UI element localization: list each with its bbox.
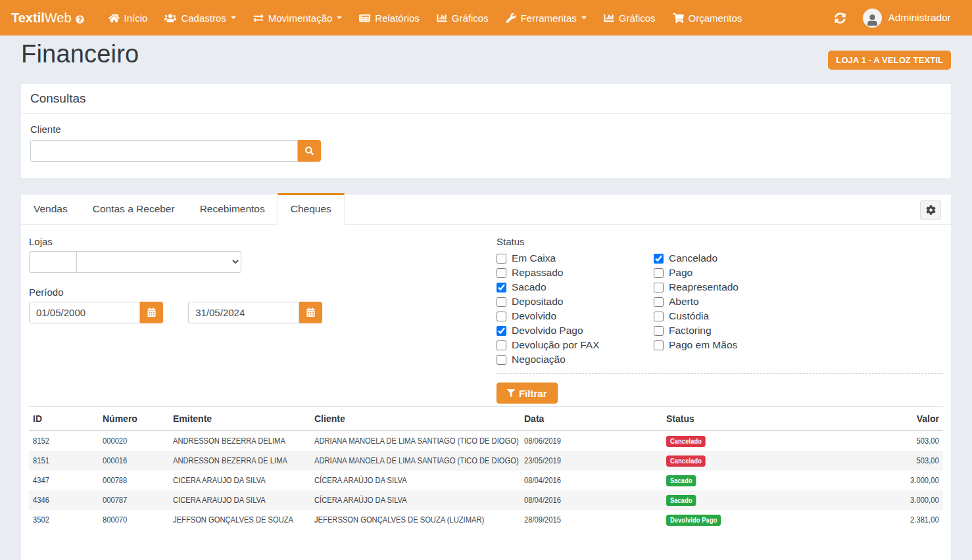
status-option-label[interactable]: Factoring [669, 325, 712, 337]
filtrar-button[interactable]: Filtrar [497, 383, 558, 404]
status-option-label[interactable]: Devolvido [512, 310, 556, 322]
status-checkbox[interactable] [654, 268, 664, 278]
tab-content-cheques: Lojas Período [21, 225, 951, 556]
nav-item-graficos-2[interactable]: Gráficos [595, 0, 664, 35]
filter-icon [507, 389, 515, 397]
status-checkbox[interactable] [497, 326, 506, 336]
status-option: Em Caixa [497, 251, 654, 266]
status-option-label[interactable]: Em Caixa [512, 252, 556, 264]
status-option: Devolução por FAX [497, 338, 654, 352]
status-option-label[interactable]: Devolução por FAX [512, 339, 600, 351]
table-row[interactable]: 8152 000020 ANDRESSON BEZERRA DELIMA ADR… [29, 431, 943, 451]
nav-item-inicio[interactable]: Início [100, 0, 157, 35]
date-to-input[interactable] [188, 302, 299, 323]
status-checkbox[interactable] [654, 340, 664, 350]
cell-data: 08/04/2016 [520, 490, 662, 510]
page-header: Financeiro LOJA 1 - A VELOZ TEXTIL [21, 35, 951, 84]
periodo-label: Período [29, 287, 497, 298]
cliente-label: Cliente [30, 124, 942, 135]
loja-select[interactable] [77, 251, 241, 273]
nav-item-movimentacao[interactable]: Movimentação [245, 0, 351, 35]
status-option-label[interactable]: Sacado [512, 281, 547, 293]
status-checkbox[interactable] [497, 297, 506, 307]
settings-button[interactable] [920, 200, 941, 220]
nav-item-relatorios[interactable]: Relatórios [351, 0, 428, 35]
brand-logo[interactable]: TextilWeb [11, 11, 84, 26]
store-badge[interactable]: LOJA 1 - A VELOZ TEXTIL [828, 51, 951, 70]
refresh-icon[interactable] [835, 12, 846, 24]
nav-item-ferramentas[interactable]: Ferramentas [497, 0, 595, 35]
status-checkbox[interactable] [497, 254, 506, 264]
cell-numero: 000788 [99, 471, 169, 490]
tab-bar: VendasContas a ReceberRecebimentosCheque… [21, 195, 951, 225]
help-circle-icon[interactable] [76, 11, 84, 26]
status-checkbox[interactable] [654, 326, 664, 336]
date-to-calendar-button[interactable] [299, 302, 322, 323]
status-option: Sacado [497, 280, 654, 294]
tab[interactable]: Cheques [278, 193, 345, 225]
status-badge: Devolvido Pago [666, 515, 721, 526]
table-row[interactable]: 8151 000016 ANDRESSON BEZERRA DE LIMA AD… [29, 451, 943, 471]
filters-divider [497, 373, 943, 374]
nav-item-cadastros[interactable]: Cadastros [156, 0, 244, 35]
caret-down-icon [231, 16, 236, 19]
status-badge: Sacado [666, 475, 696, 486]
table-row[interactable]: 3502 800070 JEFFSON GONÇALVES DE SOUZA J… [29, 510, 943, 530]
status-checkbox[interactable] [497, 355, 506, 365]
status-option: Negociação [497, 352, 654, 367]
status-option-label[interactable]: Cancelado [669, 252, 717, 264]
status-option-label[interactable]: Reapresentado [669, 281, 739, 293]
status-option-label[interactable]: Devolvido Pago [512, 325, 583, 337]
date-from-input[interactable] [29, 302, 140, 323]
date-from-calendar-button[interactable] [140, 302, 163, 323]
chart-bar-icon [604, 13, 614, 23]
table-row[interactable]: 4347 000788 CICERA ARAUJO DA SILVA CÍCER… [29, 471, 943, 490]
date-from-group [29, 302, 163, 323]
status-option-label[interactable]: Custódia [669, 310, 709, 322]
calendar-icon [147, 308, 156, 317]
nav-item-orcamentos[interactable]: Orçamentos [664, 0, 751, 35]
brand-bold: Textil [11, 11, 45, 26]
caret-down-icon [581, 16, 587, 19]
cell-emitente: ANDRESSON BEZERRA DELIMA [169, 431, 310, 451]
cliente-input[interactable] [30, 140, 298, 162]
status-checkbox[interactable] [497, 283, 506, 292]
nav-item-label: Relatórios [375, 12, 420, 24]
status-checkbox[interactable] [654, 254, 664, 264]
gear-icon [926, 204, 936, 216]
status-column-1: Em Caixa Repassado Sacado Depositado [497, 251, 654, 367]
status-option-label[interactable]: Aberto [669, 296, 699, 308]
cell-valor: 503,00 [877, 431, 943, 451]
tab[interactable]: Vendas [21, 195, 80, 225]
nav-item-graficos-1[interactable]: Gráficos [428, 0, 497, 35]
status-option-label[interactable]: Pago [669, 267, 693, 279]
filtrar-button-label: Filtrar [519, 388, 547, 399]
status-option-label[interactable]: Negociação [512, 354, 566, 365]
status-checkbox[interactable] [654, 297, 664, 307]
navbar-right: Administrador [835, 9, 951, 28]
status-checkbox[interactable] [654, 312, 664, 321]
table-row[interactable]: 4346 000787 CICERA ARAUJO DA SILVA CÍCER… [29, 490, 943, 510]
status-option-label[interactable]: Repassado [512, 267, 563, 279]
nav-item-label: Cadastros [181, 12, 226, 24]
status-option: Repassado [497, 266, 654, 280]
cliente-search-button[interactable] [298, 140, 321, 162]
col-header-status: Status [662, 407, 877, 431]
status-option-label[interactable]: Depositado [512, 296, 563, 308]
cell-data: 08/04/2016 [520, 471, 662, 490]
tab[interactable]: Recebimentos [187, 195, 278, 225]
status-option-label[interactable]: Pago em Mãos [669, 339, 737, 351]
cell-emitente: JEFFSON GONÇALVES DE SOUZA [169, 510, 310, 530]
status-checkbox[interactable] [497, 340, 506, 350]
tab[interactable]: Contas a Receber [80, 195, 187, 225]
nav-item-label: Ferramentas [521, 12, 577, 24]
status-checkbox[interactable] [497, 268, 506, 278]
cell-cliente: ADRIANA MANOELA DE LIMA SANTIAGO (TICO D… [310, 431, 520, 451]
user-menu[interactable]: Administrador [888, 12, 951, 24]
status-checkbox[interactable] [497, 312, 506, 321]
cell-numero: 000020 [99, 431, 169, 451]
status-checkbox[interactable] [654, 283, 664, 292]
cell-valor: 503,00 [877, 451, 943, 471]
avatar[interactable] [863, 9, 882, 28]
loja-code-input[interactable] [29, 251, 77, 273]
